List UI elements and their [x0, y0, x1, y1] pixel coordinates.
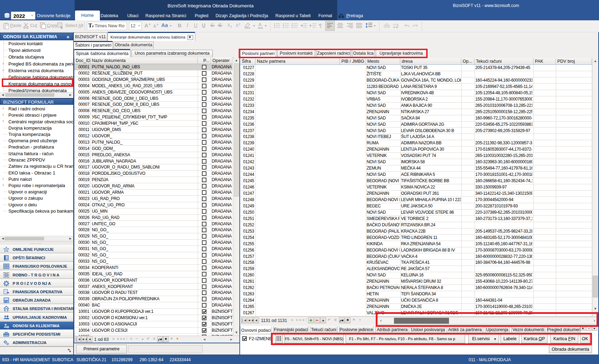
svg-text:A B: A B — [393, 26, 398, 28]
